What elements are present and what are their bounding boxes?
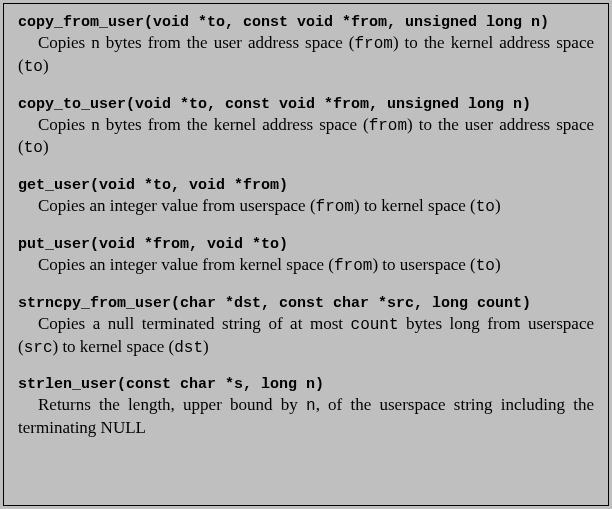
function-entry: get_user(void *to, void *from) Copies an… <box>18 177 594 218</box>
function-description: Returns the length, upper bound by n, of… <box>18 394 594 439</box>
function-description: Copies an integer value from userspace (… <box>18 195 594 218</box>
function-signature: strlen_user(const char *s, long n) <box>18 376 594 393</box>
function-signature: put_user(void *from, void *to) <box>18 236 594 253</box>
function-description: Copies n bytes from the kernel address s… <box>18 114 594 160</box>
function-entry: strlen_user(const char *s, long n) Retur… <box>18 376 594 439</box>
function-entry: strncpy_from_user(char *dst, const char … <box>18 295 594 359</box>
function-entry: copy_to_user(void *to, const void *from,… <box>18 96 594 160</box>
function-signature: copy_to_user(void *to, const void *from,… <box>18 96 594 113</box>
function-entry: put_user(void *from, void *to) Copies an… <box>18 236 594 277</box>
function-description: Copies an integer value from kernel spac… <box>18 254 594 277</box>
function-entry: copy_from_user(void *to, const void *fro… <box>18 14 594 78</box>
function-signature: strncpy_from_user(char *dst, const char … <box>18 295 594 312</box>
function-signature: copy_from_user(void *to, const void *fro… <box>18 14 594 31</box>
api-reference-box: copy_from_user(void *to, const void *fro… <box>3 3 609 506</box>
function-signature: get_user(void *to, void *from) <box>18 177 594 194</box>
function-description: Copies a null terminated string of at mo… <box>18 313 594 359</box>
function-description: Copies n bytes from the user address spa… <box>18 32 594 78</box>
